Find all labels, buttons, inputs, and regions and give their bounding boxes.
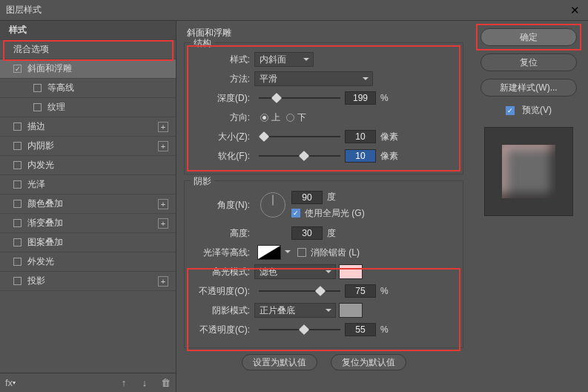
reset-default-button[interactable]: 复位为默认值 bbox=[331, 354, 406, 370]
size-slider[interactable] bbox=[259, 131, 340, 142]
move-up-icon[interactable]: ↑ bbox=[118, 377, 130, 389]
style-checkbox[interactable] bbox=[13, 161, 22, 169]
right-panel: 确定 复位 新建样式(W)... 预览(V) bbox=[471, 21, 588, 392]
style-row-4[interactable]: 内阴影+ bbox=[0, 137, 176, 156]
highlight-opacity-slider[interactable] bbox=[259, 286, 340, 296]
soften-input[interactable]: 10 bbox=[345, 149, 376, 163]
titlebar: 图层样式 ✕ bbox=[0, 0, 588, 21]
style-row-1[interactable]: 等高线 bbox=[0, 79, 176, 98]
style-label: 斜面和浮雕 bbox=[27, 62, 72, 75]
shading-group: 阴影 角度(N): 90 度 使用全局光 (G) bbox=[184, 180, 463, 348]
angle-input[interactable]: 90 bbox=[291, 191, 323, 204]
shadow-mode-select[interactable]: 正片叠底 bbox=[254, 303, 336, 318]
style-row-5[interactable]: 内发光 bbox=[0, 156, 176, 175]
preview-checkbox[interactable] bbox=[506, 106, 515, 115]
soften-slider[interactable] bbox=[259, 151, 340, 161]
style-row-11[interactable]: 投影+ bbox=[0, 272, 176, 291]
size-input[interactable]: 10 bbox=[345, 130, 376, 143]
style-row-7[interactable]: 颜色叠加+ bbox=[0, 195, 176, 214]
gloss-contour-picker[interactable] bbox=[257, 245, 281, 260]
style-row-10[interactable]: 外发光 bbox=[0, 252, 176, 272]
style-checkbox[interactable] bbox=[13, 277, 22, 285]
antialias-checkbox[interactable] bbox=[297, 248, 306, 257]
style-checkbox[interactable] bbox=[13, 258, 22, 266]
style-row-8[interactable]: 渐变叠加+ bbox=[0, 214, 176, 233]
options-panel: 斜面和浮雕 结构 样式: 内斜面 方法: 平滑 深度(D): 199 % bbox=[176, 21, 471, 392]
altitude-input[interactable]: 30 bbox=[291, 226, 323, 240]
style-select[interactable]: 内斜面 bbox=[254, 52, 314, 67]
style-checkbox[interactable] bbox=[13, 219, 22, 227]
style-checkbox[interactable] bbox=[13, 142, 22, 150]
structure-group: 结构 样式: 内斜面 方法: 平滑 深度(D): 199 % 方向: bbox=[184, 42, 463, 174]
bevel-title: 斜面和浮雕 bbox=[187, 27, 463, 39]
shadow-opacity-input[interactable]: 55 bbox=[345, 323, 376, 336]
style-label: 颜色叠加 bbox=[27, 197, 63, 210]
style-label: 纹理 bbox=[47, 101, 65, 114]
style-label: 等高线 bbox=[47, 82, 74, 94]
style-label: 描边 bbox=[27, 120, 45, 133]
depth-input[interactable]: 199 bbox=[345, 91, 376, 105]
style-checkbox[interactable] bbox=[13, 65, 22, 73]
window-title: 图层样式 bbox=[6, 4, 567, 16]
add-effect-icon[interactable]: + bbox=[158, 199, 168, 209]
style-label: 外发光 bbox=[27, 255, 54, 268]
preview-thumbnail bbox=[484, 127, 573, 216]
style-row-9[interactable]: 图案叠加 bbox=[0, 233, 176, 252]
style-label: 内发光 bbox=[27, 159, 54, 172]
add-effect-icon[interactable]: + bbox=[158, 276, 168, 287]
depth-slider[interactable] bbox=[259, 93, 340, 103]
add-effect-icon[interactable]: + bbox=[158, 141, 168, 151]
styles-panel: 样式 混合选项 斜面和浮雕等高线纹理描边+内阴影+内发光光泽颜色叠加+渐变叠加+… bbox=[0, 21, 176, 392]
direction-down-radio[interactable] bbox=[286, 114, 294, 122]
ok-button[interactable]: 确定 bbox=[480, 28, 577, 46]
style-row-6[interactable]: 光泽 bbox=[0, 175, 176, 195]
highlight-opacity-input[interactable]: 75 bbox=[345, 284, 376, 298]
move-down-icon[interactable]: ↓ bbox=[139, 377, 151, 389]
style-label: 渐变叠加 bbox=[27, 217, 63, 229]
style-label: 图案叠加 bbox=[27, 236, 63, 249]
shadow-color-swatch[interactable] bbox=[339, 303, 363, 318]
style-label: 内阴影 bbox=[27, 140, 54, 152]
highlight-color-swatch[interactable] bbox=[339, 264, 363, 279]
style-checkbox[interactable] bbox=[13, 238, 22, 246]
make-default-button[interactable]: 设置为默认值 bbox=[242, 354, 317, 370]
global-light-checkbox[interactable] bbox=[291, 209, 300, 218]
style-checkbox[interactable] bbox=[13, 180, 22, 189]
fx-icon[interactable]: fx▾ bbox=[4, 377, 16, 389]
add-effect-icon[interactable]: + bbox=[158, 122, 168, 132]
style-label: 光泽 bbox=[27, 178, 45, 191]
preview-label: 预览(V) bbox=[522, 104, 552, 117]
style-checkbox[interactable] bbox=[33, 84, 42, 92]
styles-footer: fx▾ ↑ ↓ 🗑 bbox=[0, 373, 176, 392]
new-style-button[interactable]: 新建样式(W)... bbox=[480, 79, 577, 97]
style-row-2[interactable]: 纹理 bbox=[0, 98, 176, 117]
close-icon[interactable]: ✕ bbox=[567, 3, 582, 18]
blending-options-row[interactable]: 混合选项 bbox=[0, 40, 176, 59]
layer-style-dialog: 图层样式 ✕ 样式 混合选项 斜面和浮雕等高线纹理描边+内阴影+内发光光泽颜色叠… bbox=[0, 0, 588, 392]
cancel-button[interactable]: 复位 bbox=[480, 53, 577, 71]
technique-select[interactable]: 平滑 bbox=[254, 71, 373, 86]
style-label: 投影 bbox=[27, 275, 45, 287]
styles-header: 样式 bbox=[0, 21, 176, 40]
style-checkbox[interactable] bbox=[33, 103, 42, 111]
direction-up-radio[interactable] bbox=[260, 114, 268, 122]
style-checkbox[interactable] bbox=[13, 200, 22, 208]
highlight-mode-select[interactable]: 滤色 bbox=[254, 264, 336, 279]
style-row-0[interactable]: 斜面和浮雕 bbox=[0, 59, 176, 79]
style-checkbox[interactable] bbox=[13, 122, 22, 131]
shadow-opacity-slider[interactable] bbox=[259, 324, 340, 335]
style-row-3[interactable]: 描边+ bbox=[0, 117, 176, 137]
trash-icon[interactable]: 🗑 bbox=[159, 377, 171, 389]
add-effect-icon[interactable]: + bbox=[158, 218, 168, 229]
angle-dial[interactable] bbox=[260, 192, 285, 218]
